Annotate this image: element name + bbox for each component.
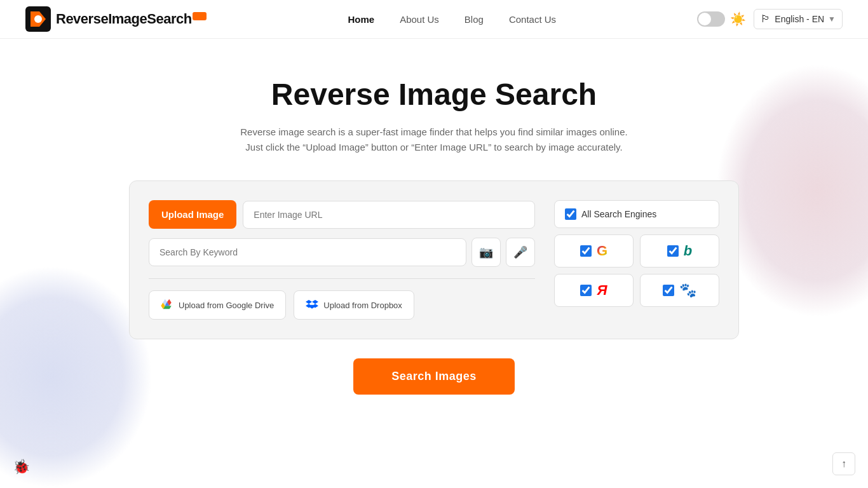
bing-icon: b [684, 243, 692, 259]
search-left: Upload Image 📷 🎤 [149, 200, 535, 320]
google-icon: G [597, 243, 607, 259]
upload-image-button[interactable]: Upload Image [149, 200, 236, 229]
engine-google[interactable]: G [554, 234, 634, 268]
url-input[interactable] [243, 201, 535, 229]
page-title: Reverse Image Search [271, 77, 597, 112]
bing-checkbox[interactable] [667, 245, 679, 257]
logo-icon [25, 6, 51, 32]
keyword-row: 📷 🎤 [149, 238, 535, 267]
engine-yandex[interactable]: Я [554, 274, 634, 307]
yandex-checkbox[interactable] [580, 285, 592, 296]
divider [149, 278, 535, 279]
dropbox-icon [306, 299, 318, 311]
logo-dot: org [193, 12, 207, 20]
nav-links: Home About Us Blog Contact Us [348, 14, 556, 25]
all-engines-checkbox[interactable] [565, 208, 576, 220]
nav-about[interactable]: About Us [400, 14, 439, 25]
engine-bing[interactable]: b [640, 234, 719, 268]
dropbox-upload-button[interactable]: Upload from Dropbox [294, 290, 414, 320]
search-images-button[interactable]: Search Images [353, 358, 515, 395]
logo-link[interactable]: ReverseImageSearchorg [25, 6, 207, 32]
search-card: Upload Image 📷 🎤 [129, 180, 739, 339]
yandex-icon: Я [597, 282, 607, 299]
mic-button[interactable]: 🎤 [506, 238, 535, 267]
bug-icon[interactable]: 🐞 [13, 459, 30, 475]
scroll-top-button[interactable]: ↑ [832, 452, 855, 475]
search-right: All Search Engines G b Я [554, 200, 719, 320]
mic-icon: 🎤 [513, 245, 527, 259]
logo-text: ReverseImageSearchorg [56, 11, 207, 27]
nav-blog[interactable]: Blog [465, 14, 484, 25]
nav-contact[interactable]: Contact Us [509, 14, 556, 25]
google-checkbox[interactable] [580, 245, 592, 257]
chevron-down-icon: ▼ [828, 15, 836, 24]
camera-button[interactable]: 📷 [471, 238, 501, 267]
sun-icon: ☀️ [730, 11, 746, 27]
svg-point-1 [34, 15, 42, 23]
engines-grid: G b Я 🐾 [554, 234, 719, 307]
flag-icon: 🏳 [761, 13, 771, 25]
upload-row: Upload Image [149, 200, 535, 229]
language-selector[interactable]: 🏳 English - EN ▼ [754, 9, 843, 29]
all-engines-option[interactable]: All Search Engines [554, 200, 719, 228]
gdrive-label: Upload from Google Drive [179, 301, 274, 310]
nav-right: ☀️ 🏳 English - EN ▼ [697, 9, 843, 29]
theme-toggle-container: ☀️ [697, 11, 746, 27]
language-label: English - EN [775, 14, 824, 24]
baidu-checkbox[interactable] [663, 285, 674, 296]
camera-icon: 📷 [479, 245, 493, 259]
baidu-icon: 🐾 [679, 282, 696, 299]
nav-home[interactable]: Home [348, 14, 374, 25]
gdrive-upload-button[interactable]: Upload from Google Drive [149, 290, 286, 320]
page-subtitle: Reverse image search is a super-fast ima… [231, 125, 637, 155]
gdrive-icon [161, 299, 173, 311]
upload-options-row: Upload from Google Drive Upload from Dro… [149, 290, 535, 320]
navbar: ReverseImageSearchorg Home About Us Blog… [0, 0, 868, 39]
engine-baidu[interactable]: 🐾 [640, 274, 719, 307]
keyword-input[interactable] [149, 238, 466, 266]
main-content: Reverse Image Search Reverse image searc… [0, 39, 868, 420]
dropbox-label: Upload from Dropbox [323, 301, 402, 310]
all-engines-label: All Search Engines [581, 209, 656, 219]
theme-toggle[interactable] [697, 11, 725, 27]
